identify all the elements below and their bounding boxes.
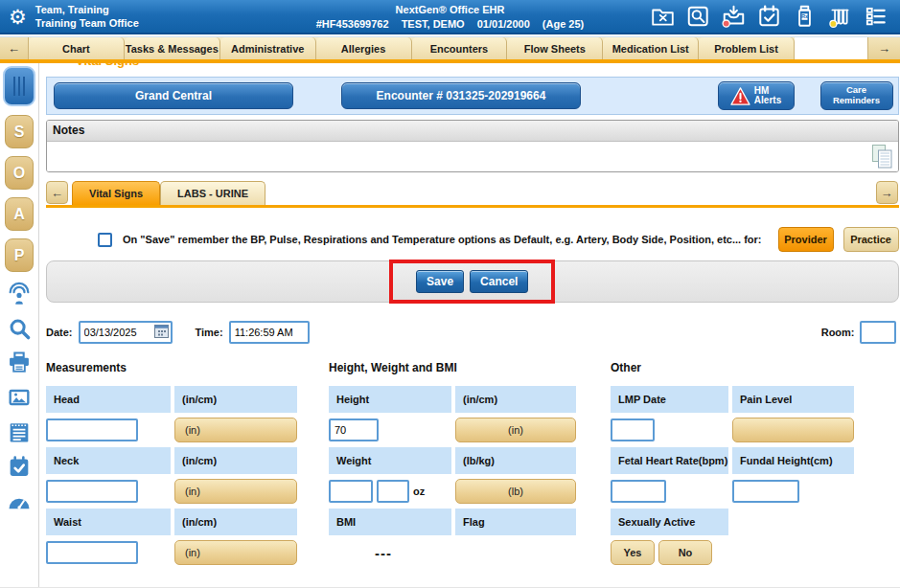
chart-number: #HF453699762 xyxy=(316,18,389,30)
fetal-heart-rate-label: Fetal Heart Rate(bpm) xyxy=(611,447,728,474)
inbox-download-icon[interactable] xyxy=(721,4,747,29)
app-header: ⚙ Team, Training Training Team Office Ne… xyxy=(0,0,900,34)
close-chart-icon[interactable] xyxy=(650,4,676,29)
fetal-heart-rate-input[interactable] xyxy=(611,480,666,503)
height-input[interactable] xyxy=(329,418,379,441)
tab-administrative[interactable]: Administrative xyxy=(220,37,316,59)
head-range-label: (in/cm) xyxy=(174,386,297,413)
app-title: NextGen® Office EHR xyxy=(312,3,589,17)
settings-gear-icon[interactable]: ⚙ xyxy=(9,7,27,27)
calendar-check-icon[interactable] xyxy=(756,4,782,29)
dictation-broadcast-icon[interactable] xyxy=(5,280,34,307)
tab-encounters[interactable]: Encounters xyxy=(412,37,508,59)
weight-oz-input[interactable] xyxy=(377,480,409,503)
tab-labs-urine[interactable]: LABS - URINE xyxy=(160,181,265,205)
waist-input[interactable] xyxy=(46,541,138,564)
room-input[interactable] xyxy=(860,321,896,344)
bmi-flag-label: Flag xyxy=(455,509,576,535)
neck-unit-button[interactable]: (in) xyxy=(174,479,297,504)
weight-unit-button[interactable]: (lb) xyxy=(455,479,576,504)
bmi-value: --- xyxy=(375,545,392,561)
remember-defaults-label: On "Save" remember the BP, Pulse, Respir… xyxy=(123,234,762,245)
patient-name: TEST, DEMO xyxy=(402,18,465,30)
waist-label: Waist xyxy=(46,509,171,535)
head-label: Head xyxy=(46,386,171,413)
weight-range-label: (lb/kg) xyxy=(455,447,576,474)
waist-unit-button[interactable]: (in) xyxy=(174,540,297,565)
location-button[interactable]: Grand Central xyxy=(54,82,293,109)
template-tabs-left-button[interactable]: ← xyxy=(46,181,68,204)
gauge-icon[interactable] xyxy=(5,486,34,514)
sidebar-item-chart-panels[interactable] xyxy=(3,66,35,106)
fundal-height-input[interactable] xyxy=(732,480,799,503)
template-tab-bar: ← Vital Signs LABS - URINE → xyxy=(46,181,899,208)
sidebar-item-objective[interactable]: O xyxy=(5,156,34,190)
header-toolbar: Rx xyxy=(650,4,888,29)
search-chart-icon[interactable] xyxy=(685,4,711,29)
pain-level-button[interactable] xyxy=(732,418,854,442)
tab-vital-signs[interactable]: Vital Signs xyxy=(72,181,160,205)
action-bar: Save Cancel xyxy=(46,260,899,303)
time-input[interactable] xyxy=(229,321,310,344)
practice-button[interactable]: Practice xyxy=(843,227,899,252)
tab-problem-list[interactable]: Problem List xyxy=(699,37,795,59)
tab-chart[interactable]: Chart xyxy=(29,37,125,59)
template-tabs-right-button[interactable]: → xyxy=(876,181,898,204)
neck-label: Neck xyxy=(46,447,171,474)
patient-line: #HF453699762 TEST, DEMO 01/01/2000 (Age … xyxy=(312,17,589,32)
tab-allergies[interactable]: Allergies xyxy=(316,37,412,59)
copy-note-icon[interactable] xyxy=(871,144,893,170)
height-label: Height xyxy=(329,386,451,413)
search-icon[interactable] xyxy=(5,314,34,342)
images-icon[interactable] xyxy=(5,383,34,411)
lab-tubes-icon[interactable] xyxy=(827,4,853,29)
print-icon[interactable] xyxy=(5,349,34,376)
head-input[interactable] xyxy=(46,418,138,441)
oz-label: oz xyxy=(413,486,425,497)
cancel-button[interactable]: Cancel xyxy=(470,270,528,293)
vital-signs-template: Vital Signs Grand Central Encounter # 03… xyxy=(39,63,900,587)
patient-dob: 01/01/2000 xyxy=(477,18,530,30)
provider-identity: Team, Training Training Team Office xyxy=(35,3,139,31)
lmp-date-label: LMP Date xyxy=(611,386,728,413)
ehr-window: ⚙ Team, Training Training Team Office Ne… xyxy=(0,0,900,588)
save-button[interactable]: Save xyxy=(416,270,464,293)
tabs-scroll-left-button[interactable]: ← xyxy=(0,37,29,59)
tab-medication-list[interactable]: Medication List xyxy=(603,37,699,59)
notes-text-area[interactable] xyxy=(47,142,898,171)
fundal-height-label: Fundal Height(cm) xyxy=(732,447,854,474)
height-unit-button[interactable]: (in) xyxy=(455,418,576,442)
notes-panel: Notes xyxy=(46,120,899,172)
weight-lb-input[interactable] xyxy=(329,480,373,503)
neck-input[interactable] xyxy=(46,480,138,503)
date-picker-icon[interactable] xyxy=(154,325,169,338)
date-label: Date: xyxy=(46,327,73,338)
time-label: Time: xyxy=(196,327,223,338)
lmp-date-input[interactable] xyxy=(611,418,655,441)
other-title: Other xyxy=(611,361,854,374)
notes-pad-icon[interactable] xyxy=(5,418,34,445)
waist-range-label: (in/cm) xyxy=(174,509,297,535)
sexually-active-yes-button[interactable]: Yes xyxy=(611,540,655,565)
hm-alerts-button[interactable]: HM Alerts xyxy=(718,81,795,110)
sidebar-item-subjective[interactable]: S xyxy=(5,115,34,148)
sexually-active-no-button[interactable]: No xyxy=(658,540,712,565)
tasks-calendar-icon[interactable] xyxy=(5,452,34,480)
head-unit-button[interactable]: (in) xyxy=(174,418,297,442)
notes-header: Notes xyxy=(47,121,898,142)
provider-button[interactable]: Provider xyxy=(778,227,834,252)
sidebar-item-plan[interactable]: P xyxy=(5,238,34,272)
remember-defaults-checkbox[interactable] xyxy=(98,233,112,247)
tab-tasks-messages[interactable]: Tasks & Messages xyxy=(125,37,220,59)
rx-medication-icon[interactable]: Rx xyxy=(792,4,818,29)
care-reminders-button[interactable]: Care Reminders xyxy=(820,81,893,110)
patient-age: (Age 25) xyxy=(542,18,584,30)
sidebar-item-assessment[interactable]: A xyxy=(5,197,34,231)
encounter-button[interactable]: Encounter # 031325-202919664 xyxy=(341,82,581,109)
tabs-scroll-right-button[interactable]: → xyxy=(867,37,900,59)
tab-flow-sheets[interactable]: Flow Sheets xyxy=(507,37,603,59)
other-section: Other LMP DatePain Level Fetal Heart Rat… xyxy=(611,361,854,570)
height-weight-bmi-section: Height, Weight and BMI Height(in/cm) (in… xyxy=(329,361,576,570)
menu-list-icon[interactable] xyxy=(863,4,888,29)
patient-banner: NextGen® Office EHR #HF453699762 TEST, D… xyxy=(312,3,589,32)
